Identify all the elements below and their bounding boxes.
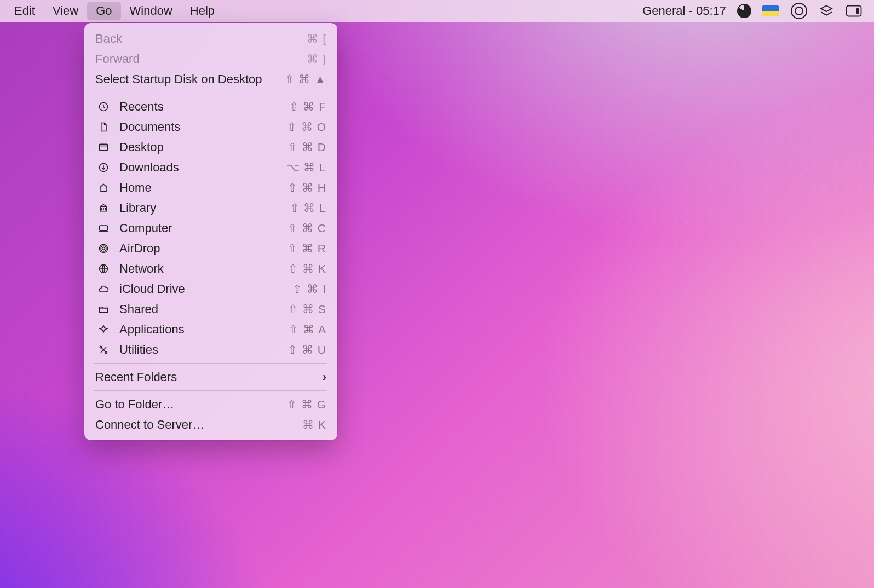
svg-rect-5 <box>100 226 108 230</box>
menu-item-shortcut: ⇧ ⌘ S <box>288 303 326 316</box>
menu-item-label: Back <box>95 32 122 46</box>
menu-separator <box>94 93 327 93</box>
cloud-icon <box>95 284 112 295</box>
svg-rect-1 <box>856 8 859 14</box>
menu-item-label: Network <box>119 262 164 276</box>
menu-window[interactable]: Window <box>121 2 181 20</box>
menu-item-shortcut: ⇧ ⌘ L <box>290 201 326 215</box>
screen-record-icon[interactable] <box>791 3 807 19</box>
menu-item-label: Connect to Server… <box>95 418 204 432</box>
computer-icon <box>95 223 112 234</box>
menu-item-label: Documents <box>119 120 180 134</box>
menu-item-recents[interactable]: Recents ⇧ ⌘ F <box>84 96 337 117</box>
menu-item-library[interactable]: Library ⇧ ⌘ L <box>84 198 337 218</box>
flag-icon[interactable] <box>762 5 779 16</box>
clock-icon <box>95 101 112 112</box>
svg-point-6 <box>102 247 105 250</box>
menu-item-desktop[interactable]: Desktop ⇧ ⌘ D <box>84 137 337 157</box>
menu-item-back: Back ⌘ [ <box>84 28 337 49</box>
menu-help[interactable]: Help <box>181 2 223 20</box>
menu-item-label: Applications <box>119 322 185 337</box>
menu-item-label: AirDrop <box>119 241 160 256</box>
menu-item-shortcut: ⇧ ⌘ U <box>288 343 326 356</box>
stack-icon[interactable] <box>819 4 833 18</box>
menu-item-shortcut: ⇧ ⌘ H <box>288 181 326 194</box>
menu-go[interactable]: Go <box>87 2 120 20</box>
airdrop-icon <box>95 243 112 254</box>
menu-item-connect-server[interactable]: Connect to Server… ⌘ K <box>84 414 337 435</box>
applications-icon <box>95 324 112 335</box>
menu-item-label: Home <box>119 181 152 195</box>
menu-item-shortcut: ⇧ ⌘ R <box>288 242 326 255</box>
menu-item-shortcut: ⇧ ⌘ A <box>289 323 326 336</box>
menu-item-label: Utilities <box>119 343 158 357</box>
menu-item-label: Library <box>119 201 156 215</box>
library-icon <box>95 203 112 214</box>
menu-item-label: Recents <box>119 100 164 114</box>
menu-item-downloads[interactable]: Downloads ⌥ ⌘ L <box>84 157 337 177</box>
shared-folder-icon <box>95 304 112 315</box>
menu-item-shortcut: ⇧ ⌘ C <box>288 222 326 235</box>
menu-item-label: Computer <box>119 221 173 235</box>
status-icons-group <box>762 3 862 19</box>
menu-item-shortcut: ⇧ ⌘ O <box>287 120 326 134</box>
menu-item-home[interactable]: Home ⇧ ⌘ H <box>84 177 337 198</box>
utilities-icon <box>95 344 112 355</box>
menu-item-label: Go to Folder… <box>95 397 174 412</box>
menu-item-shortcut: ⇧ ⌘ D <box>288 141 326 154</box>
menu-view[interactable]: View <box>44 2 87 20</box>
menu-item-label: Recent Folders <box>95 370 177 384</box>
menu-item-shortcut: ⌘ ] <box>307 53 326 66</box>
menu-item-label: Downloads <box>119 160 179 175</box>
menu-item-utilities[interactable]: Utilities ⇧ ⌘ U <box>84 339 337 360</box>
network-icon <box>95 263 112 274</box>
document-icon <box>95 122 112 132</box>
menu-item-computer[interactable]: Computer ⇧ ⌘ C <box>84 218 337 238</box>
timer-pie-icon[interactable] <box>737 4 751 18</box>
menu-item-label: Desktop <box>119 140 164 154</box>
menu-item-network[interactable]: Network ⇧ ⌘ K <box>84 258 337 279</box>
menu-item-shortcut: ⇧ ⌘ K <box>288 262 326 275</box>
desktop-icon <box>95 142 112 153</box>
go-menu-dropdown: Back ⌘ [ Forward ⌘ ] Select Startup Disk… <box>84 23 337 440</box>
menu-item-recent-folders[interactable]: Recent Folders › <box>84 367 337 387</box>
svg-point-7 <box>101 246 106 251</box>
svg-rect-3 <box>100 144 108 151</box>
menu-item-documents[interactable]: Documents ⇧ ⌘ O <box>84 117 337 137</box>
menu-separator <box>94 390 327 391</box>
menu-item-shortcut: ⌘ [ <box>307 32 326 45</box>
menu-item-go-to-folder[interactable]: Go to Folder… ⇧ ⌘ G <box>84 394 337 414</box>
menu-item-shortcut: ⇧ ⌘ I <box>292 283 326 296</box>
home-icon <box>95 182 112 193</box>
menu-item-shared[interactable]: Shared ⇧ ⌘ S <box>84 299 337 319</box>
menu-item-shortcut: ⌘ K <box>302 418 326 431</box>
menu-item-shortcut: ⇧ ⌘ F <box>289 100 327 113</box>
menu-item-select-startup[interactable]: Select Startup Disk on Desktop ⇧ ⌘ ▲ <box>84 69 337 89</box>
menu-item-applications[interactable]: Applications ⇧ ⌘ A <box>84 319 337 339</box>
menu-item-shortcut: ⌥ ⌘ L <box>286 161 326 174</box>
menubar: Edit View Go Window Help General - 05:17 <box>0 0 874 22</box>
menu-item-label: Shared <box>119 302 158 316</box>
chevron-right-icon: › <box>323 370 326 384</box>
menu-item-label: Select Startup Disk on Desktop <box>95 72 262 87</box>
download-icon <box>95 162 112 173</box>
menu-separator <box>94 363 327 364</box>
menubar-left-group: Edit View Go Window Help <box>5 2 223 20</box>
menubar-right-group: General - 05:17 <box>642 3 869 19</box>
menu-item-label: iCloud Drive <box>119 282 185 296</box>
menu-item-forward: Forward ⌘ ] <box>84 49 337 69</box>
menu-edit[interactable]: Edit <box>5 2 44 20</box>
menu-item-shortcut: ⇧ ⌘ G <box>287 398 326 411</box>
menu-item-airdrop[interactable]: AirDrop ⇧ ⌘ R <box>84 238 337 258</box>
menu-item-icloud[interactable]: iCloud Drive ⇧ ⌘ I <box>84 279 337 299</box>
menu-item-shortcut: ⇧ ⌘ ▲ <box>285 73 326 86</box>
control-center-icon[interactable] <box>846 5 862 17</box>
menu-item-label: Forward <box>95 52 140 66</box>
status-text[interactable]: General - 05:17 <box>642 4 726 18</box>
